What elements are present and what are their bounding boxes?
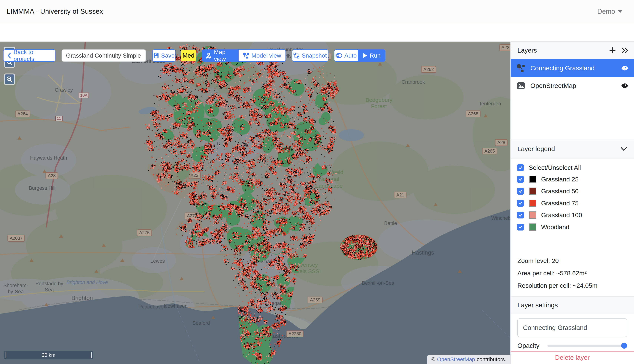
legend-checkbox[interactable] [517, 164, 524, 171]
legend-checkbox[interactable] [517, 224, 524, 230]
diagram-icon [517, 64, 526, 72]
legend-header[interactable]: Layer legend [511, 139, 634, 158]
toolbar: Back to projects Save Med Map view [0, 23, 634, 42]
legend-color-swatch [529, 200, 536, 207]
map-view-button[interactable]: Map view [202, 50, 239, 62]
zoom-level-text: Zoom level: 20 [517, 254, 597, 267]
legend-color-swatch [529, 224, 536, 231]
eye-icon[interactable] [621, 83, 628, 88]
legend-row-grassland-75: Grassland 75 [517, 200, 579, 207]
scale-bar-bracket: 20 km [6, 352, 92, 358]
zoom-to-location-button[interactable] [5, 74, 14, 84]
attribution-suffix: contributors. [477, 356, 506, 362]
layer-row-connecting-grassland[interactable]: Connecting Grassland [511, 59, 634, 77]
layer-name-input[interactable] [517, 318, 627, 337]
back-to-projects-label: Back to projects [14, 49, 51, 62]
delete-layer-button[interactable]: Delete layer [555, 354, 590, 361]
auto-run-group: Auto Run [334, 50, 385, 62]
back-to-projects-button[interactable]: Back to projects [3, 50, 55, 62]
grassland-data-layer [0, 42, 510, 364]
app-header: LIMMMA - University of Sussex Demo [0, 0, 634, 23]
layers-panel-header: Layers [511, 42, 634, 59]
map-view-label: Map view [214, 49, 235, 62]
image-layer-icon [517, 82, 525, 90]
toggle-visibility-button[interactable] [621, 66, 628, 71]
resolution-per-cell-text: Resolution per cell: ~24.05m [517, 280, 597, 292]
chevron-left-icon [7, 52, 11, 59]
openstreetmap-link[interactable]: OpenStreetMap [437, 356, 475, 362]
pin-map-icon [206, 52, 212, 58]
model-view-button[interactable]: Model view [239, 50, 286, 62]
layers-title: Layers [517, 47, 537, 54]
layer-settings-title: Layer settings [517, 302, 558, 309]
play-icon [363, 53, 367, 58]
layer-settings-header: Layer settings [511, 296, 634, 314]
auto-label: Auto [344, 52, 357, 59]
legend-checkbox[interactable] [517, 200, 524, 206]
map-attribution: © OpenStreetMap contributors. [427, 355, 510, 364]
page-title: LIMMMA - University of Sussex [7, 8, 103, 15]
delete-layer-wrap: Delete layer [511, 351, 634, 361]
legend-row-grassland-50: Grassland 50 [517, 188, 579, 195]
diagram-layer-icon [517, 64, 525, 72]
legend-row-grassland-100: Grassland 100 [517, 212, 582, 219]
map-canvas-area[interactable]: GatwickAirportEast GrinsteadCrawleyRoyal… [0, 42, 510, 364]
run-button[interactable]: Run [358, 50, 385, 62]
legend-label: Grassland 50 [541, 188, 579, 195]
opacity-row: Opacity [517, 340, 629, 351]
legend-color-swatch [529, 176, 536, 183]
view-toggle-group: Map view Model view [202, 50, 286, 62]
add-layer-icon[interactable] [609, 47, 616, 54]
save-label: Save [161, 52, 175, 59]
save-button[interactable]: Save [152, 50, 175, 62]
legend-checkbox[interactable] [517, 188, 524, 194]
snapshot-button[interactable]: Snapshot [292, 50, 328, 62]
legend-label: Grassland 25 [541, 176, 579, 183]
opacity-slider[interactable] [547, 345, 627, 347]
legend-row-select-unselect-all: Select/Unselect All [517, 164, 581, 171]
legend-label: Woodland [541, 224, 569, 231]
legend-label: Grassland 75 [541, 200, 579, 207]
layer-stats: Zoom level: 20 Area per cell: ~578.62m² … [517, 254, 597, 292]
user-menu-label: Demo [597, 8, 615, 15]
layers-sidebar: Layers Connecting Grassland OpenStreetMa… [510, 42, 634, 364]
scale-bar-label: 20 km [6, 352, 91, 358]
toggle-icon [336, 53, 342, 58]
chevron-down-icon[interactable] [620, 146, 628, 152]
auto-toggle-button[interactable]: Auto [334, 50, 358, 62]
save-icon [153, 53, 159, 58]
legend-color-swatch [529, 212, 536, 219]
zoom-location-icon [6, 76, 13, 82]
chevron-down-icon [618, 10, 622, 13]
user-menu[interactable]: Demo [597, 8, 622, 15]
opacity-label: Opacity [517, 342, 539, 349]
scale-bar: 20 km [4, 351, 93, 359]
legend-row-woodland: Woodland [517, 223, 569, 231]
legend-checkbox[interactable] [517, 176, 524, 183]
legend-row-grassland-25: Grassland 25 [517, 176, 579, 183]
zoom-to-extent-group [4, 74, 15, 85]
layer-name: OpenStreetMap [530, 82, 621, 90]
eye-icon[interactable] [621, 66, 628, 71]
toggle-visibility-button[interactable] [621, 83, 628, 88]
run-label: Run [370, 52, 381, 59]
layer-name: Connecting Grassland [530, 64, 621, 72]
legend-color-swatch [529, 188, 536, 195]
med-badge: Med [181, 50, 196, 61]
copyright-symbol: © [431, 356, 435, 362]
opacity-slider-thumb[interactable] [621, 343, 627, 349]
project-name-input[interactable] [62, 50, 146, 62]
layer-row-openstreetmap[interactable]: OpenStreetMap [511, 77, 634, 94]
area-per-cell-text: Area per cell: ~578.62m² [517, 267, 597, 280]
snapshot-frame-icon [293, 52, 299, 58]
legend-label: Select/Unselect All [529, 164, 581, 171]
diagram-icon [243, 52, 249, 59]
legend-checkbox[interactable] [517, 212, 524, 218]
model-view-label: Model view [251, 52, 281, 59]
legend-label: Grassland 100 [541, 212, 582, 219]
image-icon [517, 82, 526, 90]
snapshot-label: Snapshot [302, 52, 327, 59]
collapse-panel-icon[interactable] [621, 47, 629, 54]
legend-title: Layer legend [517, 145, 555, 152]
